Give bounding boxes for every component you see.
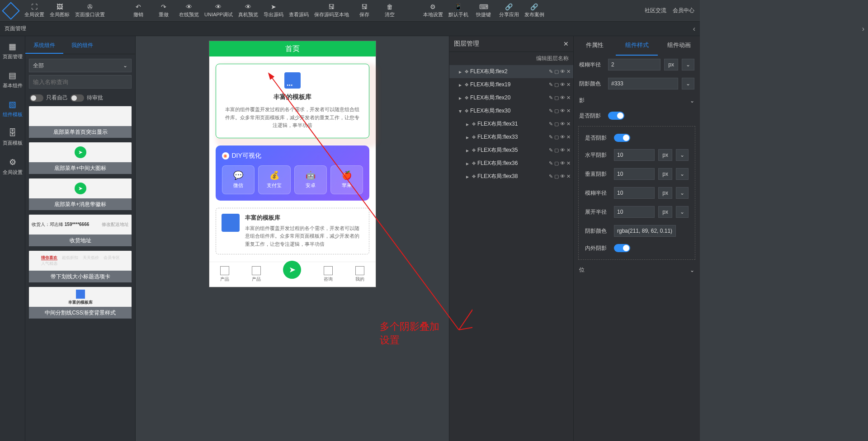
shadow-section-header[interactable]: 影⌄ [574, 93, 700, 108]
edit-icon[interactable]: ✎ [549, 121, 553, 127]
tabbar-center[interactable]: ➤ [283, 261, 301, 279]
toggle-pending[interactable] [71, 94, 84, 102]
toolbar-撤销[interactable]: ↶撤销 [126, 1, 151, 20]
toggle-own[interactable] [30, 94, 43, 102]
position-section-header[interactable]: 位⌄ [574, 263, 700, 277]
toolbar-清空[interactable]: 🗑清空 [377, 1, 402, 20]
toolbar-UNIAPP调试[interactable]: 👁UNIAPP调试 [202, 1, 236, 20]
diy-cell-微信[interactable]: 💬微信 [222, 165, 255, 194]
delete-icon[interactable]: ✕ [566, 121, 571, 127]
toolbar-本地设置[interactable]: ⚙本地设置 [420, 1, 446, 20]
move-icon[interactable]: ✥ [472, 148, 476, 153]
delete-icon[interactable]: ✕ [566, 160, 571, 166]
close-icon[interactable]: ✕ [563, 40, 569, 47]
toolbar-全局设置[interactable]: ⛶全局设置 [22, 1, 47, 20]
is-shadow-switch-2[interactable] [614, 134, 630, 142]
delete-icon[interactable]: ✕ [566, 108, 571, 114]
expand-icon[interactable]: ▸ [458, 95, 463, 101]
category-dropdown[interactable]: 全部 ⌄ [29, 59, 132, 72]
copy-icon[interactable]: ▢ [554, 147, 559, 153]
visibility-icon[interactable]: 👁 [560, 108, 565, 114]
tabbar-item[interactable]: 产品 [220, 266, 229, 282]
move-icon[interactable]: ✥ [472, 135, 476, 140]
component-card[interactable]: ➤底部菜单+消息带徽标 [29, 178, 132, 210]
tabbar-item[interactable]: 我的 [355, 266, 364, 282]
expand-icon[interactable]: ▸ [465, 134, 470, 141]
color-swatch[interactable] [679, 226, 689, 235]
expand-icon[interactable]: ▸ [465, 147, 470, 154]
layer-row[interactable]: ▸✥FLEX布局:flex31✎▢👁✕ [449, 117, 573, 131]
visibility-icon[interactable]: 👁 [560, 160, 565, 166]
visibility-icon[interactable]: 👁 [560, 82, 565, 88]
desc-card[interactable]: 丰富的模板库 丰富的组件覆盖开发过程的各个需求，开发者可以随意组合组件库。众多常… [216, 208, 369, 254]
move-icon[interactable]: ✥ [465, 82, 468, 87]
collapse-right-icon[interactable]: › [862, 25, 864, 33]
layer-row[interactable]: ▸✥FLEX布局:flex19✎▢👁✕ [449, 78, 573, 91]
inout-shadow-switch[interactable] [614, 244, 630, 252]
diy-cell-支付宝[interactable]: 💰支付宝 [258, 165, 291, 194]
edit-icon[interactable]: ✎ [549, 69, 553, 75]
chevron-down-icon[interactable]: ⌄ [676, 206, 689, 218]
visibility-icon[interactable]: 👁 [560, 69, 565, 75]
delete-icon[interactable]: ✕ [566, 134, 571, 140]
chevron-down-icon[interactable]: ⌄ [676, 187, 689, 199]
delete-icon[interactable]: ✕ [566, 147, 571, 153]
blur-radius-input[interactable]: 2 [608, 59, 660, 70]
expand-icon[interactable]: ▾ [458, 108, 463, 114]
toolbar-全局图标[interactable]: 🖼全局图标 [47, 1, 72, 20]
expand-icon[interactable]: ▸ [465, 121, 470, 127]
diy-cell-安卓[interactable]: 🤖安卓 [294, 165, 327, 194]
toolbar-分享应用[interactable]: 🔗分享应用 [496, 1, 522, 20]
chevron-down-icon[interactable]: ⌄ [676, 149, 689, 161]
move-icon[interactable]: ✥ [465, 108, 468, 113]
shadow-color-input-2[interactable]: rgba(211, 89, 62, 0.11) [614, 225, 676, 237]
edit-icon[interactable]: ✎ [549, 174, 553, 179]
tab-my-components[interactable]: 我的组件 [63, 36, 101, 54]
toolbar-查看源码[interactable]: 查看源码 [286, 1, 311, 20]
component-card[interactable]: 收货人：邓志锋 159****6666 修改配送地址收货地址 [29, 215, 132, 246]
toolbar-发布案例[interactable]: 🔗发布案例 [522, 1, 547, 20]
edit-icon[interactable]: ✎ [549, 95, 553, 101]
rail-页面模板[interactable]: 🗄页面模板 [0, 123, 25, 152]
toolbar-link[interactable]: 社区交流 [645, 7, 666, 14]
toolbar-保存[interactable]: 🖫保存 [352, 1, 377, 20]
layer-row[interactable]: ▾✥FLEX布局:flex30✎▢👁✕ [449, 104, 573, 117]
edit-icon[interactable]: ✎ [549, 134, 553, 140]
visibility-icon[interactable]: 👁 [560, 134, 565, 140]
delete-icon[interactable]: ✕ [566, 95, 571, 101]
h-shadow-input[interactable]: 10 [614, 149, 655, 161]
delete-icon[interactable]: ✕ [566, 69, 571, 75]
spread-input[interactable]: 10 [614, 206, 655, 218]
edit-icon[interactable]: ✎ [549, 82, 553, 88]
rail-页面管理[interactable]: ▦页面管理 [0, 36, 25, 65]
copy-icon[interactable]: ▢ [554, 95, 559, 101]
toolbar-保存源码至本地[interactable]: 🖫保存源码至本地 [311, 1, 352, 20]
visibility-icon[interactable]: 👁 [560, 174, 565, 179]
delete-icon[interactable]: ✕ [566, 82, 571, 88]
expand-icon[interactable]: ▸ [465, 174, 470, 180]
search-input[interactable] [29, 75, 132, 89]
collapse-icon[interactable]: ‹ [693, 25, 695, 33]
toolbar-导出源码[interactable]: ➤导出源码 [261, 1, 286, 20]
copy-icon[interactable]: ▢ [554, 108, 559, 114]
expand-icon[interactable]: ▸ [465, 160, 470, 167]
toolbar-快捷键[interactable]: ⌨快捷键 [471, 1, 496, 20]
move-icon[interactable]: ✥ [465, 69, 468, 74]
toolbar-在线预览[interactable]: 👁在线预览 [176, 1, 202, 20]
layer-row[interactable]: ▸✥FLEX布局:flex2✎▢👁✕ [449, 65, 573, 78]
copy-icon[interactable]: ▢ [554, 82, 559, 88]
copy-icon[interactable]: ▢ [554, 121, 559, 127]
toolbar-真机预览[interactable]: 👁真机预览 [236, 1, 261, 20]
move-icon[interactable]: ✥ [472, 161, 476, 166]
chevron-down-icon[interactable]: ⌄ [682, 78, 694, 89]
visibility-icon[interactable]: 👁 [560, 95, 565, 101]
chevron-down-icon[interactable]: ⌄ [676, 168, 689, 180]
move-icon[interactable]: ✥ [465, 95, 468, 100]
toolbar-重做[interactable]: ↷重做 [151, 1, 176, 20]
feature-card[interactable]: 丰富的模板库 丰富的组件覆盖开发过程的各个需求，开发者可以随意组合组件库。众多常… [216, 64, 369, 138]
blur-input-2[interactable]: 10 [614, 187, 655, 199]
diy-cell-苹果[interactable]: 🍎苹果 [330, 165, 363, 194]
move-icon[interactable]: ✥ [472, 174, 476, 179]
expand-icon[interactable]: ▸ [458, 82, 463, 88]
edit-icon[interactable]: ✎ [549, 108, 553, 114]
